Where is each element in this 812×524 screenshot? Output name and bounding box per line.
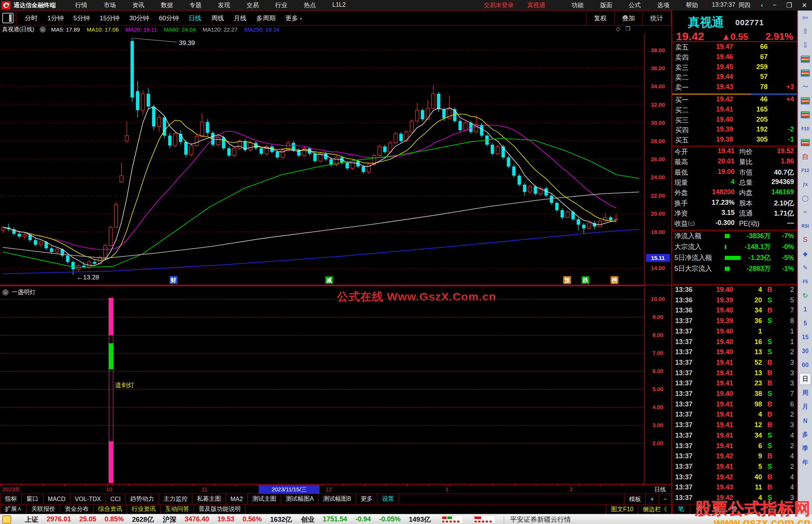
split-window-icon[interactable]: ❐ bbox=[626, 26, 630, 32]
sidebar-period-年[interactable]: 年 bbox=[798, 456, 812, 470]
tab-资金分布[interactable]: 资金分布 bbox=[60, 504, 94, 514]
period-分时[interactable]: 分时 bbox=[20, 14, 42, 23]
sidebar-period-周[interactable]: 周 bbox=[798, 386, 812, 400]
layout-switch-icon[interactable] bbox=[2, 13, 14, 23]
sidebar-period-月[interactable]: 月 bbox=[798, 400, 812, 414]
index-name[interactable]: 创业 bbox=[301, 515, 314, 524]
menu-item-专题[interactable]: 专题 bbox=[181, 2, 210, 9]
selected-date-badge[interactable]: 2023/11/15/三 bbox=[259, 485, 320, 494]
wave-icon[interactable]: ≈ bbox=[798, 205, 812, 219]
menu-item-市场[interactable]: 市场 bbox=[95, 2, 124, 9]
report-icon[interactable] bbox=[798, 52, 812, 66]
tab-普及版功能说明[interactable]: 普及版功能说明 bbox=[194, 504, 245, 514]
sidebar-period-30[interactable]: 30 bbox=[798, 344, 812, 358]
menu-item-行情[interactable]: 行情 bbox=[67, 2, 95, 9]
tool-叠加[interactable]: 叠加 bbox=[614, 11, 642, 25]
rsi-icon[interactable]: RSI bbox=[798, 219, 812, 233]
tab-图文F10[interactable]: 图文F10 bbox=[606, 504, 638, 515]
app-logo-icon[interactable] bbox=[2, 1, 11, 9]
close-icon[interactable]: ✕ bbox=[797, 2, 812, 9]
period-更多 ›[interactable]: 更多 › bbox=[280, 14, 307, 23]
tab-测试幅图A[interactable]: 测试幅图A bbox=[281, 494, 319, 504]
tab-关联报价[interactable]: 关联报价 bbox=[26, 504, 60, 514]
trend-line-icon[interactable]: 〜 bbox=[798, 80, 812, 94]
period-1分钟[interactable]: 1分钟 bbox=[42, 14, 68, 23]
format-icon[interactable] bbox=[798, 136, 812, 149]
sidebar-period-多[interactable]: 多 bbox=[798, 428, 812, 442]
tab-VOL-TDX[interactable]: VOL-TDX bbox=[70, 494, 106, 504]
broker-connection[interactable]: 平安证券新疆云行情 bbox=[510, 515, 571, 524]
quote-grid-icon[interactable] bbox=[798, 66, 812, 80]
menu-item-帮助[interactable]: 帮助 bbox=[678, 2, 706, 9]
active-stock-label[interactable]: 真视通 bbox=[521, 2, 552, 9]
menu-item-选项[interactable]: 选项 bbox=[649, 2, 678, 9]
pencil-icon[interactable]: ✎ bbox=[798, 261, 812, 275]
fx-icon[interactable]: ƒx bbox=[798, 177, 812, 191]
menu-item-L1L2[interactable]: L1L2 bbox=[324, 2, 354, 9]
tab-综合资讯[interactable]: 综合资讯 bbox=[93, 504, 127, 514]
tab-主力监控[interactable]: 主力监控 bbox=[159, 494, 192, 504]
menu-item-公式[interactable]: 公式 bbox=[621, 2, 649, 9]
menu-item-热点[interactable]: 热点 bbox=[295, 2, 324, 9]
period-5分钟[interactable]: 5分钟 bbox=[68, 14, 94, 23]
minimize-icon[interactable]: − bbox=[768, 2, 782, 9]
tab-设置[interactable]: 设置 bbox=[377, 494, 399, 504]
indicator-subchart[interactable]: ⌄ 一盏明灯 道剑灯 bbox=[0, 285, 644, 485]
menu-item-版面[interactable]: 版面 bbox=[592, 2, 621, 9]
menu-item-资讯[interactable]: 资讯 bbox=[124, 2, 153, 9]
index-name[interactable]: 上证 bbox=[25, 515, 38, 524]
heatmap-icon-2[interactable] bbox=[473, 515, 495, 524]
tab-私募主图[interactable]: 私募主图 bbox=[192, 494, 226, 504]
chevron-down-icon[interactable]: ⌄ bbox=[39, 26, 46, 33]
market-icon[interactable] bbox=[2, 515, 11, 524]
tab-模板[interactable]: 模板 bbox=[624, 494, 646, 505]
menu-item-功能[interactable]: 功能 bbox=[564, 2, 592, 9]
sidebar-period-日[interactable]: 日 bbox=[799, 373, 811, 385]
period-15分钟[interactable]: 15分钟 bbox=[95, 14, 124, 23]
back-arrow-icon[interactable]: ⇦ bbox=[798, 11, 812, 24]
tab-扩展∧[interactable]: 扩展∧ bbox=[0, 504, 27, 514]
tab-测试幅图B[interactable]: 测试幅图B bbox=[318, 494, 356, 504]
tab-互动问答[interactable]: 互动问答 bbox=[160, 504, 194, 514]
menu-item-数据[interactable]: 数据 bbox=[153, 2, 181, 9]
event-marker-财[interactable]: 财 bbox=[170, 276, 177, 284]
chevron-down-icon[interactable]: ⌄ bbox=[2, 289, 9, 296]
tab-MA2[interactable]: MA2 bbox=[226, 494, 248, 504]
period-30分钟[interactable]: 30分钟 bbox=[124, 14, 154, 23]
event-marker-跌[interactable]: 跌 bbox=[582, 276, 589, 284]
menu-item-发现[interactable]: 发现 bbox=[210, 2, 238, 9]
zixuan-icon[interactable]: 自 bbox=[798, 149, 812, 163]
sidebar-period-N[interactable]: N bbox=[798, 414, 812, 428]
sidebar-period-季[interactable]: 季 bbox=[798, 442, 812, 456]
f10-icon[interactable]: F10 bbox=[798, 122, 812, 136]
back-icon[interactable]: ‹ bbox=[756, 2, 768, 9]
event-marker-预[interactable]: 预 bbox=[563, 276, 571, 284]
tab-CCI[interactable]: CCI bbox=[105, 494, 126, 504]
news-icon[interactable] bbox=[798, 108, 812, 122]
index-name[interactable]: 沪深 bbox=[163, 515, 176, 524]
login-status[interactable]: 交易未登录 bbox=[477, 2, 521, 9]
period-60分钟[interactable]: 60分钟 bbox=[154, 14, 184, 23]
event-marker-减[interactable]: 减 bbox=[325, 276, 333, 284]
event-marker-榜[interactable]: 榜 bbox=[611, 276, 618, 284]
tab-测试主图[interactable]: 测试主图 bbox=[247, 494, 281, 504]
period-月线[interactable]: 月线 bbox=[229, 14, 251, 23]
sidebar-period-60[interactable]: 60 bbox=[798, 358, 812, 372]
sidebar-period-15[interactable]: 15 bbox=[798, 330, 812, 344]
heatmap-icon-1[interactable] bbox=[441, 515, 463, 524]
tab-行业资讯[interactable]: 行业资讯 bbox=[127, 504, 161, 514]
circle-icon[interactable]: ◯ bbox=[798, 191, 812, 205]
refresh-icon[interactable]: ↻ bbox=[798, 288, 812, 302]
s-icon[interactable]: S bbox=[798, 233, 812, 247]
restore-icon[interactable]: ❐ bbox=[782, 2, 797, 9]
diamond-icon[interactable]: ◆ bbox=[798, 247, 812, 261]
tab-指标[interactable]: 指标 bbox=[0, 494, 22, 504]
period-多周期[interactable]: 多周期 bbox=[251, 14, 280, 23]
period-日线[interactable]: 日线 bbox=[184, 14, 206, 23]
f5-icon[interactable]: F5 bbox=[798, 275, 812, 288]
menu-item-交易[interactable]: 交易 bbox=[238, 2, 267, 9]
tab-MACD[interactable]: MACD bbox=[43, 494, 70, 504]
kline-icon[interactable] bbox=[798, 94, 812, 108]
tool-统计[interactable]: 统计 bbox=[642, 11, 671, 25]
period-indicator[interactable]: 日线 bbox=[649, 486, 671, 493]
